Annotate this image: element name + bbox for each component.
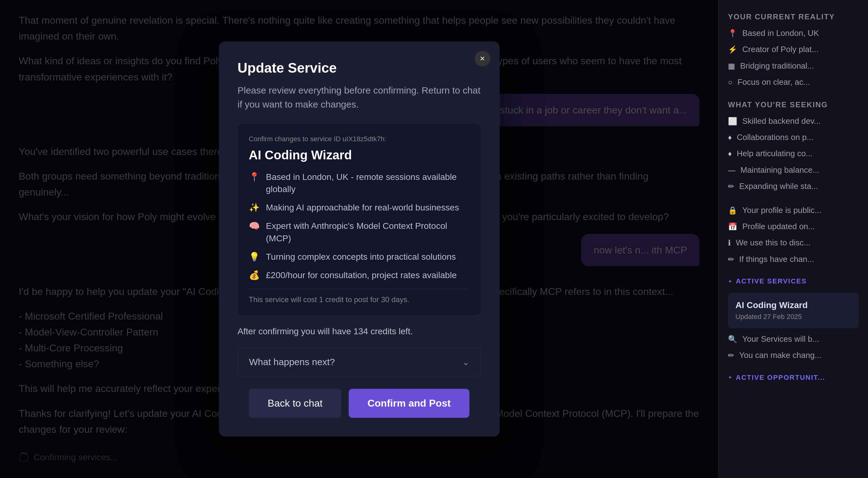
modal-footer: Back to chat Confirm and Post <box>238 389 481 418</box>
what-happens-section[interactable]: What happens next? ⌄ <box>238 348 481 376</box>
edit-icon: ✏ <box>728 254 734 265</box>
seeking-section: What you're seeking ⬜ Skilled backend de… <box>728 100 859 192</box>
service-item-2-text: Expert with Anthropic's Model Context Pr… <box>266 220 470 244</box>
pin-icon: 📍 <box>728 28 737 39</box>
sidebar-item-profile-change: ✏ If things have chan... <box>728 254 859 265</box>
diamond-icon: ♦ <box>728 132 732 143</box>
credits-info: After confirming you will have 134 credi… <box>238 326 481 337</box>
active-opportunity-header: ✦ ACTIVE OPPORTUNIT... <box>728 374 859 382</box>
current-reality-title: Your current reality <box>728 12 859 21</box>
sidebar-item-focus: ○ Focus on clear, ac... <box>728 76 859 88</box>
sidebar-item-collab-text: Collaborations on p... <box>737 132 859 143</box>
service-card-ai-wizard[interactable]: AI Coding Wizard Updated 27 Feb 2025 <box>728 293 859 328</box>
circle-icon: ○ <box>728 77 733 88</box>
sidebar-item-profile-change-text: If things have chan... <box>739 254 859 265</box>
sidebar-item-creator-text: Creator of Poly plat... <box>742 44 859 55</box>
sidebar-item-services-2-text: You can make chang... <box>739 350 859 361</box>
service-card-title: AI Coding Wizard <box>736 300 851 310</box>
active-services-label: ACTIVE SERVICES <box>736 277 807 285</box>
what-happens-label: What happens next? <box>249 357 335 367</box>
service-item-3: 💡 Turning complex concepts into practica… <box>249 251 470 263</box>
sidebar-item-expand-text: Expanding while sta... <box>739 181 859 192</box>
service-preview-title: AI Coding Wizard <box>249 148 470 162</box>
diamond2-icon: ♦ <box>728 149 732 159</box>
info-icon: ℹ <box>728 237 731 248</box>
service-cost-note: This service will cost 1 credit to post … <box>249 289 470 304</box>
services-list-icon: 🔍 <box>728 334 737 345</box>
sparkle-icon: ✨ <box>249 201 260 214</box>
lightning-icon: ⚡ <box>728 44 737 55</box>
service-item-1-text: Making AI approachable for real-world bu… <box>266 201 459 214</box>
service-preview-box: Confirm changes to service ID uIX18z5dtk… <box>238 124 481 315</box>
sidebar-item-services-2: ✏ You can make chang... <box>728 350 859 361</box>
service-id-label: Confirm changes to service ID uIX18z5dtk… <box>249 135 470 143</box>
service-item-4: 💰 £200/hour for consultation, project ra… <box>249 269 470 281</box>
grid-icon: ▦ <box>728 61 735 71</box>
seeking-title: What you're seeking <box>728 100 859 109</box>
square-icon: ⬜ <box>728 116 737 127</box>
active-services-section: ✦ ACTIVE SERVICES AI Coding Wizard Updat… <box>728 277 859 361</box>
service-card-subtitle: Updated 27 Feb 2025 <box>736 313 851 321</box>
services-edit-icon: ✏ <box>728 350 734 361</box>
confirm-and-post-button[interactable]: Confirm and Post <box>349 389 469 418</box>
sidebar-item-profile-updated-text: Profile updated on... <box>742 221 859 232</box>
active-opportunity-star-icon: ✦ <box>728 375 732 380</box>
modal-title: Update Service <box>238 60 481 76</box>
service-item-1: ✨ Making AI approachable for real-world … <box>249 201 470 214</box>
dash-icon: — <box>728 165 736 176</box>
sidebar-item-focus-text: Focus on clear, ac... <box>738 76 859 88</box>
back-to-chat-button[interactable]: Back to chat <box>249 389 341 418</box>
sidebar-item-bridging-text: Bridging traditional... <box>740 60 859 71</box>
chat-area: That moment of genuine revelation is spe… <box>0 0 718 478</box>
sidebar-item-profile-public: 🔒 Your profile is public... <box>728 204 859 216</box>
current-reality-section: Your current reality 📍 Based in London, … <box>728 12 859 88</box>
sidebar-item-backend-text: Skilled backend dev... <box>742 115 859 127</box>
service-item-3-text: Turning complex concepts into practical … <box>266 251 456 263</box>
sidebar-item-articulate-text: Help articulating co... <box>737 148 859 159</box>
sidebar-item-collab: ♦ Collaborations on p... <box>728 132 859 143</box>
service-item-4-text: £200/hour for consultation, project rate… <box>266 269 457 281</box>
sidebar-item-backend: ⬜ Skilled backend dev... <box>728 115 859 127</box>
sidebar-item-articulate: ♦ Help articulating co... <box>728 148 859 159</box>
sidebar-item-expand: ✏ Expanding while sta... <box>728 181 859 192</box>
update-service-modal: × Update Service Please review everythin… <box>219 41 500 437</box>
active-services-star-icon: ✦ <box>728 279 732 284</box>
sidebar-item-profile-use-text: We use this to disc... <box>736 237 859 248</box>
chevron-down-icon: ⌄ <box>462 357 469 367</box>
service-item-0: 📍 Based in London, UK - remote sessions … <box>249 171 470 195</box>
sidebar-item-bridging: ▦ Bridging traditional... <box>728 60 859 71</box>
modal-close-button[interactable]: × <box>475 51 490 66</box>
sidebar-item-creator: ⚡ Creator of Poly plat... <box>728 44 859 55</box>
profile-lock-icon: 🔒 <box>728 205 737 216</box>
service-item-0-text: Based in London, UK - remote sessions av… <box>266 171 470 195</box>
profile-section: 🔒 Your profile is public... 📅 Profile up… <box>728 204 859 265</box>
active-opportunity-section: ✦ ACTIVE OPPORTUNIT... <box>728 374 859 382</box>
modal-overlay: × Update Service Please review everythin… <box>0 0 718 478</box>
sidebar-item-balance: — Maintaining balance... <box>728 164 859 176</box>
sidebar-item-location-text: Based in London, UK <box>742 27 859 39</box>
pencil-icon: ✏ <box>728 181 734 192</box>
sidebar: Your current reality 📍 Based in London, … <box>718 0 868 478</box>
sidebar-item-services-1: 🔍 Your Services will b... <box>728 333 859 345</box>
sidebar-item-balance-text: Maintaining balance... <box>740 164 859 176</box>
location-icon: 📍 <box>249 171 260 183</box>
modal-subtitle: Please review everything before confirmi… <box>238 83 481 111</box>
sidebar-item-location: 📍 Based in London, UK <box>728 27 859 39</box>
service-item-2: 🧠 Expert with Anthropic's Model Context … <box>249 220 470 244</box>
bulb-icon: 💡 <box>249 251 260 263</box>
active-opportunity-label: ACTIVE OPPORTUNIT... <box>736 374 825 382</box>
sidebar-item-services-1-text: Your Services will b... <box>742 333 859 345</box>
calendar-icon: 📅 <box>728 221 737 232</box>
money-icon: 💰 <box>249 269 260 281</box>
sidebar-item-profile-use: ℹ We use this to disc... <box>728 237 859 248</box>
brain-icon: 🧠 <box>249 220 260 232</box>
sidebar-item-profile-updated: 📅 Profile updated on... <box>728 221 859 232</box>
active-services-header: ✦ ACTIVE SERVICES <box>728 277 859 285</box>
sidebar-item-profile-public-text: Your profile is public... <box>742 204 859 216</box>
